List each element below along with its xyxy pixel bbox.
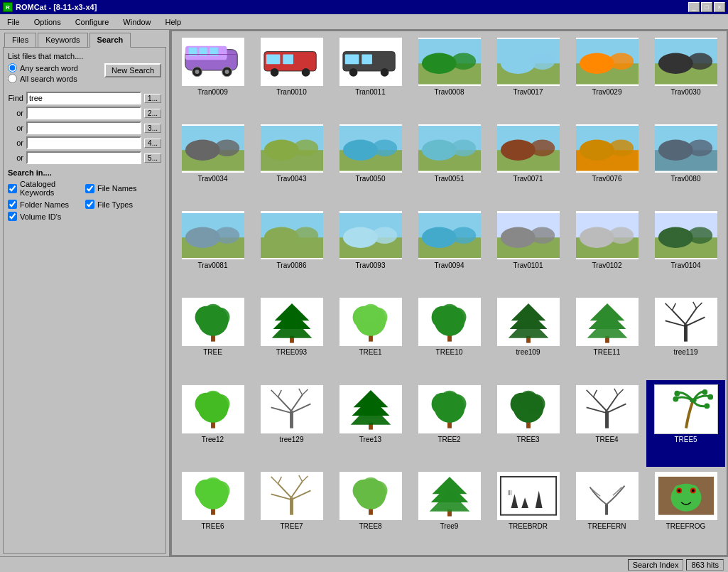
image-cell[interactable]: Tran0011 xyxy=(331,33,410,119)
image-thumbnail xyxy=(418,384,482,434)
svg-line-157 xyxy=(593,397,607,411)
image-cell[interactable]: Trav0094 xyxy=(410,206,489,293)
tab-search[interactable]: Search xyxy=(89,33,131,48)
tab-files[interactable]: Files xyxy=(4,33,36,48)
radio-all-input[interactable] xyxy=(8,74,17,83)
or-btn-4[interactable]: 4... xyxy=(144,139,161,148)
radio-any-input[interactable] xyxy=(8,63,17,72)
menu-help[interactable]: Help xyxy=(161,16,185,28)
or-input-2[interactable] xyxy=(26,107,141,119)
image-cell[interactable]: Trav0034 xyxy=(173,119,252,206)
image-cell[interactable]: Trav0008 xyxy=(410,33,489,119)
svg-line-162 xyxy=(593,390,597,397)
minimize-button[interactable]: _ xyxy=(688,2,700,12)
svg-point-46 xyxy=(342,140,377,161)
or-input-4[interactable] xyxy=(26,136,141,149)
cb-cataloged[interactable]: Cataloged Keywords xyxy=(8,180,84,197)
image-cell[interactable]: Trav0050 xyxy=(331,119,410,206)
image-cell[interactable]: Trav0101 xyxy=(489,206,567,293)
image-cell[interactable]: Tree9 xyxy=(410,467,489,554)
image-cell[interactable]: Trav0017 xyxy=(489,33,567,119)
image-cell[interactable]: Trav0051 xyxy=(410,119,489,206)
image-cell[interactable]: TREE8 xyxy=(331,467,410,554)
radio-all-words[interactable]: All search words xyxy=(8,74,78,83)
cb-filenames[interactable]: File Names xyxy=(85,180,161,197)
image-cell[interactable]: Trav0076 xyxy=(567,119,646,206)
find-input[interactable] xyxy=(26,92,141,104)
image-cell[interactable]: TREE5 xyxy=(646,380,725,467)
image-thumbnail xyxy=(418,210,482,260)
image-cell[interactable]: Trav0071 xyxy=(489,119,567,206)
svg-line-160 xyxy=(607,404,626,413)
image-thumbnail xyxy=(260,210,324,260)
cb-volumeids[interactable]: Volume ID's xyxy=(8,212,161,221)
image-cell[interactable]: Trav0104 xyxy=(646,206,725,293)
image-cell[interactable]: Trav0029 xyxy=(567,33,646,119)
or-btn-2[interactable]: 2... xyxy=(144,109,161,118)
cb-filenames-input[interactable] xyxy=(85,184,94,193)
image-cell[interactable]: TREE7 xyxy=(252,467,331,554)
image-cell[interactable]: Trav0043 xyxy=(252,119,331,206)
image-cell[interactable]: TREE093 xyxy=(252,293,331,379)
image-cell[interactable]: Trav0093 xyxy=(331,206,410,293)
image-cell[interactable]: tree129 xyxy=(252,380,331,467)
cb-cataloged-input[interactable] xyxy=(8,184,17,193)
title-buttons[interactable]: _ □ × xyxy=(688,2,725,12)
image-cell[interactable]: TREE xyxy=(173,293,252,379)
menu-window[interactable]: Window xyxy=(119,16,155,28)
cb-volumeids-input[interactable] xyxy=(8,212,17,221)
image-cell[interactable]: Tran0009 xyxy=(173,33,252,119)
find-btn-1[interactable]: 1... xyxy=(144,94,161,103)
image-cell[interactable]: Trav0080 xyxy=(646,119,725,206)
menu-file[interactable]: File xyxy=(3,16,24,28)
image-thumbnail xyxy=(339,37,403,87)
image-cell[interactable]: tree109 xyxy=(489,293,567,379)
title-text: ROMCat - [8-11-x3-x4] xyxy=(16,3,97,11)
image-thumbnail xyxy=(260,297,324,347)
image-cell[interactable]: Trav0102 xyxy=(567,206,646,293)
menu-configure[interactable]: Configure xyxy=(71,16,114,28)
image-cell[interactable]: TREEFERN xyxy=(567,467,646,554)
cb-foldernames-input[interactable] xyxy=(8,200,17,209)
image-cell[interactable]: TREE4 xyxy=(567,380,646,467)
cell-label: Tree9 xyxy=(440,522,459,530)
or-btn-3[interactable]: 3... xyxy=(144,124,161,133)
radio-any-word[interactable]: Any search word xyxy=(8,63,78,72)
radio-all-label: All search words xyxy=(20,75,77,83)
or-btn-5[interactable]: 5... xyxy=(144,153,161,163)
radio-group: Any search word All search words xyxy=(8,63,78,83)
svg-point-38 xyxy=(185,140,219,161)
close-button[interactable]: × xyxy=(714,2,725,12)
image-cell[interactable]: TREE3 xyxy=(489,380,567,467)
or-input-5[interactable] xyxy=(26,151,141,164)
menu-options[interactable]: Options xyxy=(30,16,65,28)
right-panel: Tran0009 Tran0010 Tran0011 Trav0008 Trav… xyxy=(170,30,728,556)
image-cell[interactable]: tree119 xyxy=(646,293,725,379)
image-cell[interactable]: Tree13 xyxy=(331,380,410,467)
tab-keywords[interactable]: Keywords xyxy=(38,33,87,48)
new-search-button[interactable]: New Search xyxy=(104,63,161,77)
image-cell[interactable]: Tree12 xyxy=(173,380,252,467)
cb-filetypes[interactable]: File Types xyxy=(85,200,161,209)
image-cell[interactable]: Trav0081 xyxy=(173,206,252,293)
image-cell[interactable]: TREE6 xyxy=(173,467,252,554)
image-cell[interactable]: TREE11 xyxy=(567,293,646,379)
svg-line-124 xyxy=(665,303,672,311)
image-cell[interactable]: ||| TREEBRDR xyxy=(489,467,567,554)
cb-foldernames[interactable]: Folder Names xyxy=(8,200,84,209)
cb-filetypes-input[interactable] xyxy=(85,200,94,209)
image-cell[interactable]: TREE1 xyxy=(331,293,410,379)
image-cell[interactable]: TREEFROG xyxy=(646,467,725,554)
image-cell[interactable]: Trav0086 xyxy=(252,206,331,293)
maximize-button[interactable]: □ xyxy=(701,2,712,12)
svg-point-14 xyxy=(301,68,310,77)
image-cell[interactable]: Tran0010 xyxy=(252,33,331,119)
svg-point-63 xyxy=(687,140,712,156)
image-thumbnail xyxy=(654,37,718,87)
image-cell[interactable]: TREE2 xyxy=(410,380,489,467)
menu-bar: File Options Configure Window Help xyxy=(0,14,728,30)
image-cell[interactable]: Trav0030 xyxy=(646,33,725,119)
svg-line-140 xyxy=(298,389,302,395)
or-input-3[interactable] xyxy=(26,122,141,134)
image-cell[interactable]: TREE10 xyxy=(410,293,489,379)
